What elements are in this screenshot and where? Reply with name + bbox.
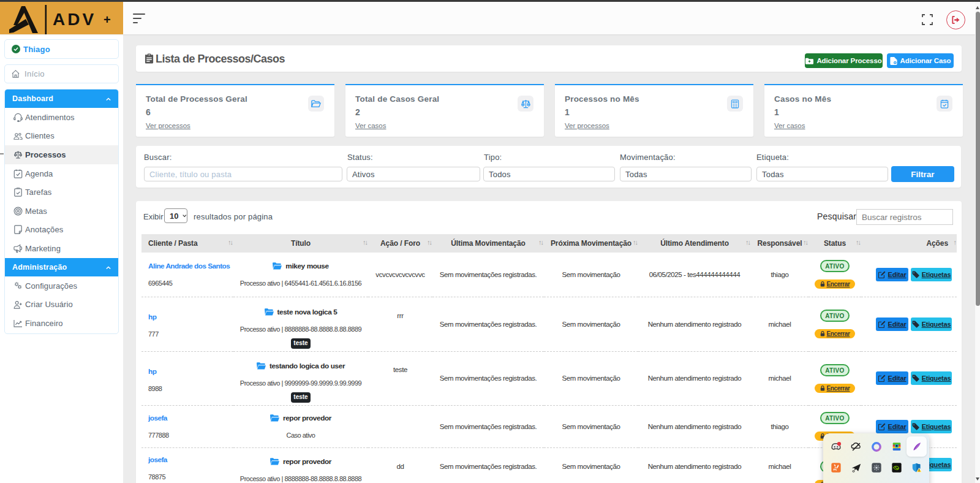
svg-text:ADV: ADV [53,10,96,29]
svg-text:+: + [104,13,111,26]
